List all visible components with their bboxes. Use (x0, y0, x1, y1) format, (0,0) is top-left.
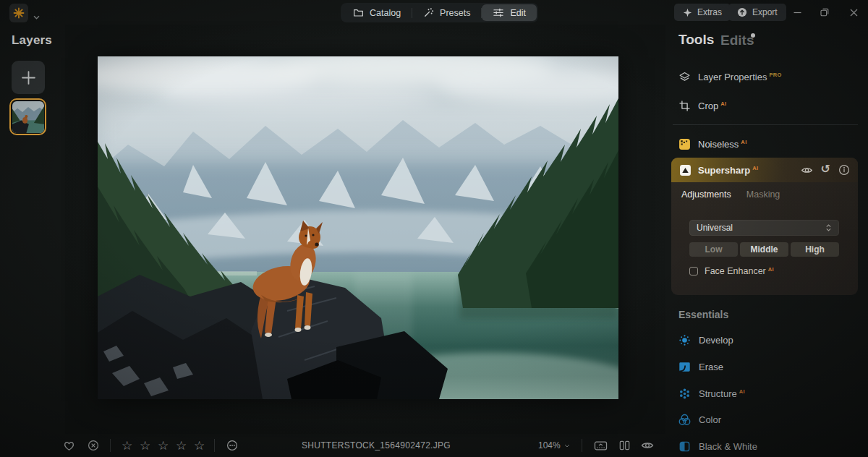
window-minimize-button[interactable] (786, 1, 809, 23)
tool-develop[interactable]: Develop (678, 333, 733, 346)
face-enhancer-row[interactable]: Face EnhancerAI (689, 266, 774, 276)
active-filename: SHUTTERSTOCK_1564902472.JPG (275, 434, 477, 457)
level-middle-button[interactable]: Middle (740, 242, 788, 257)
supersharp-header[interactable]: SupersharpAI ↺ (671, 158, 858, 182)
tool-label: NoiselessAI (698, 139, 747, 150)
mode-tab-group: Catalog Presets Edit (341, 3, 538, 22)
minimize-icon (793, 9, 801, 17)
tab-catalog-label: Catalog (370, 8, 401, 18)
face-enhancer-label: Face EnhancerAI (705, 266, 774, 276)
pro-badge: PRO (769, 72, 781, 78)
reject-button[interactable] (84, 434, 103, 457)
supersharp-title: SupersharpAI (698, 165, 759, 176)
window-maximize-button[interactable] (813, 1, 836, 23)
photo-scene (98, 56, 618, 399)
tab-edit[interactable]: Edit (482, 4, 537, 21)
level-low-button[interactable]: Low (689, 242, 738, 257)
level-high-button[interactable]: High (791, 242, 839, 257)
tool-label: StructureAI (699, 388, 745, 399)
ai-badge: AI (720, 101, 726, 107)
erase-icon (678, 361, 691, 373)
circle-x-icon (88, 440, 99, 451)
ai-badge: AI (741, 139, 746, 145)
tool-structure[interactable]: StructureAI (678, 387, 745, 400)
magic-wand-icon (423, 7, 434, 18)
tab-catalog[interactable]: Catalog (342, 4, 412, 21)
noiseless-icon (678, 138, 691, 150)
develop-sun-icon (678, 334, 691, 346)
tool-crop[interactable]: CropAI (678, 98, 727, 113)
tool-layer-properties[interactable]: Layer PropertiesPRO (678, 69, 782, 84)
window-close-button[interactable] (842, 1, 865, 23)
star-icon[interactable]: ☆ (118, 434, 136, 457)
layer-thumbnail-image (12, 101, 44, 133)
favorite-heart-button[interactable] (59, 434, 78, 457)
star-icon[interactable]: ☆ (136, 434, 154, 457)
folder-icon (353, 7, 364, 18)
asterisk-logo-icon (13, 7, 25, 19)
more-options-button[interactable] (223, 434, 242, 457)
star-icon[interactable]: ☆ (190, 434, 208, 457)
layers-icon (678, 71, 691, 83)
tool-color[interactable]: Color (678, 413, 721, 426)
app-logo[interactable] (9, 4, 28, 22)
add-layer-button[interactable] (12, 61, 45, 94)
crop-icon (678, 100, 691, 112)
layer-thumbnail-selected[interactable] (9, 98, 46, 135)
essentials-section-title: Essentials (678, 309, 728, 320)
ellipsis-circle-icon (226, 440, 238, 451)
toolbar-divider (214, 439, 215, 452)
tool-label: Color (699, 414, 721, 425)
export-label: Export (752, 7, 778, 17)
tab-edits[interactable]: Edits (720, 33, 754, 48)
chevron-down-icon (564, 444, 570, 448)
supersharp-panel: SupersharpAI ↺ Adjustments Masking Unive… (671, 158, 858, 295)
tab-presets[interactable]: Presets (412, 4, 481, 21)
ai-badge: AI (739, 388, 745, 395)
zoom-level-value: 104% (538, 440, 561, 450)
tab-masking[interactable]: Masking (746, 189, 780, 200)
reset-undo-icon[interactable]: ↺ (821, 163, 830, 175)
star-icon[interactable]: ☆ (154, 434, 172, 457)
model-dropdown[interactable]: Universal (689, 220, 839, 236)
zoom-level-control[interactable]: 104% (538, 434, 570, 457)
sharpen-level-group: Low Middle High (689, 242, 839, 257)
face-enhancer-checkbox[interactable] (689, 267, 698, 276)
select-updown-icon (825, 223, 832, 232)
layers-panel-title: Layers (12, 33, 52, 48)
preview-original-button[interactable] (638, 434, 657, 457)
app-menu-chevron[interactable] (33, 9, 40, 22)
star-icon[interactable]: ☆ (172, 434, 190, 457)
toolbar-divider (110, 439, 111, 452)
ai-badge: AI (768, 266, 774, 273)
tool-erase[interactable]: Erase (678, 360, 723, 373)
panel-divider (673, 124, 858, 125)
color-wheel-icon (678, 414, 691, 426)
ai-badge: AI (752, 165, 758, 171)
info-icon[interactable] (838, 164, 850, 176)
compare-before-after-button[interactable] (615, 434, 634, 457)
export-arrow-icon (737, 7, 747, 17)
export-button[interactable]: Export (728, 4, 786, 21)
compare-icon (618, 440, 631, 451)
photo-preview[interactable] (98, 56, 618, 399)
tab-presets-label: Presets (440, 8, 470, 18)
filmstrip-toggle-button[interactable] (591, 434, 610, 457)
supersharp-header-actions: ↺ (801, 164, 850, 176)
plus-icon (21, 70, 36, 85)
star-rating: ☆ ☆ ☆ ☆ ☆ (118, 434, 208, 457)
restore-icon (820, 8, 829, 17)
tab-adjustments[interactable]: Adjustments (681, 189, 731, 200)
supersharp-icon (679, 164, 692, 176)
extras-button[interactable]: Extras (674, 4, 731, 21)
visibility-eye-icon[interactable] (801, 164, 813, 176)
tab-tools[interactable]: Tools (678, 32, 714, 48)
tool-noiseless[interactable]: NoiselessAI (678, 137, 747, 151)
tool-label: CropAI (698, 101, 727, 111)
chevron-down-icon (33, 15, 40, 20)
filmstrip-icon (594, 440, 608, 452)
tool-label: Erase (699, 362, 723, 372)
sliders-icon (493, 7, 504, 18)
app-window: Catalog Presets Edit Extras (0, 0, 868, 457)
model-dropdown-value: Universal (697, 223, 733, 233)
